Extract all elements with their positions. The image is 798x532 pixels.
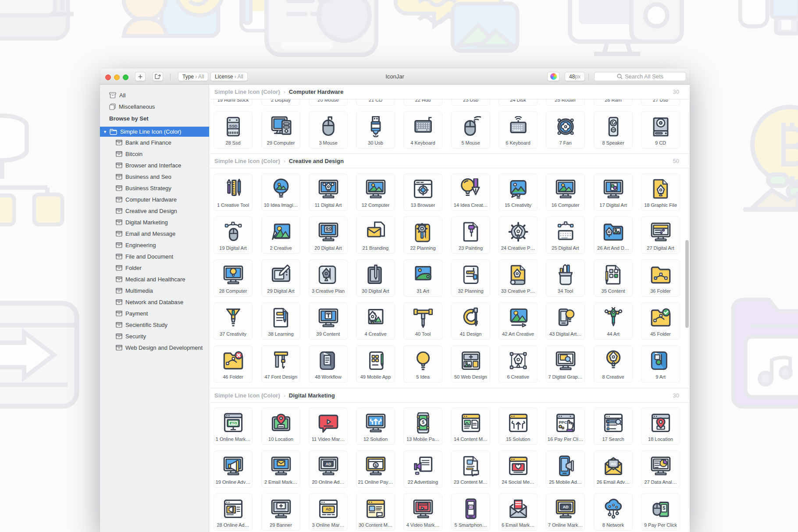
svg-text:SSD: SSD [229, 124, 237, 128]
svg-text:AD: AD [325, 507, 331, 511]
svg-text:$: $ [374, 463, 377, 468]
svg-text:PPC: PPC [559, 420, 567, 425]
svg-text:AD: AD [231, 422, 236, 426]
svg-text:AD: AD [468, 505, 474, 509]
svg-text:AD: AD [563, 505, 569, 509]
svg-text:AD: AD [611, 462, 616, 466]
svg-text:AD: AD [325, 462, 331, 466]
svg-text:$: $ [663, 505, 665, 511]
svg-text:$: $ [421, 419, 424, 425]
